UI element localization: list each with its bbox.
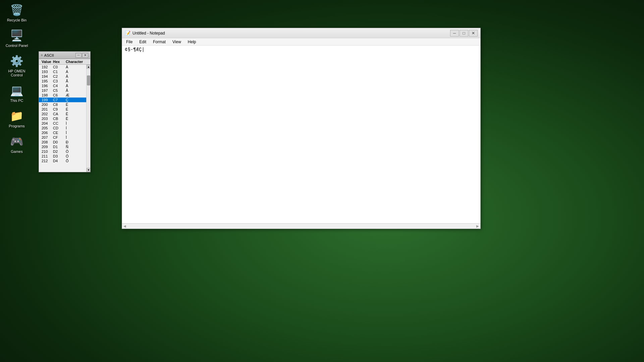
ascii-table-row[interactable]: 200 C8 È [39, 102, 86, 107]
row-char: Ë [66, 117, 84, 121]
row-value: 208 [39, 140, 53, 144]
row-hex: C5 [53, 88, 66, 93]
ascii-titlebar[interactable]: ≡ ASCII ─ ✕ [39, 52, 90, 59]
row-hex: C8 [53, 103, 66, 107]
ascii-table-row[interactable]: 196 C4 Ä [39, 83, 86, 88]
row-char: À [66, 65, 84, 69]
desktop-icon-control-panel[interactable]: 🖥️ Control Panel [3, 29, 30, 48]
ascii-minimize-button[interactable]: ─ [75, 53, 82, 58]
row-value: 210 [39, 149, 53, 154]
menu-view[interactable]: View [170, 39, 184, 45]
control-panel-label: Control Panel [6, 44, 28, 48]
ascii-table-row[interactable]: 201 C9 É [39, 107, 86, 112]
row-char: Ä [66, 84, 84, 88]
row-hex: D4 [53, 159, 66, 163]
scroll-right-arrow[interactable]: ▶ [476, 224, 479, 228]
menu-help[interactable]: Help [185, 39, 199, 45]
row-hex: C3 [53, 79, 66, 83]
row-char: Ò [66, 149, 84, 154]
ascii-table-row[interactable]: 202 CA Ê [39, 112, 86, 116]
ascii-table-row[interactable]: 205 CD Í [39, 126, 86, 130]
row-hex: C7 [53, 98, 66, 102]
notepad-maximize-button[interactable]: □ [460, 30, 468, 37]
row-hex: D3 [53, 154, 66, 158]
row-value: 202 [39, 112, 53, 116]
row-hex: C6 [53, 93, 66, 97]
notepad-titlebar[interactable]: 📝 Untitled - Notepad ─ □ ✕ [122, 28, 480, 38]
notepad-close-button[interactable]: ✕ [469, 30, 478, 37]
ascii-scrollbar[interactable]: ▲ ▼ [86, 65, 90, 172]
desktop-icon-this-pc[interactable]: 💻 This PC [3, 84, 30, 103]
row-char: Ñ [66, 145, 84, 149]
row-hex: CC [53, 121, 66, 125]
row-hex: CB [53, 117, 66, 121]
row-hex: CE [53, 131, 66, 135]
ascii-scroll-thumb[interactable] [87, 75, 90, 85]
hp-omen-label: HP OMEN Control [8, 69, 25, 77]
row-char: Ã [66, 79, 84, 83]
row-hex: CD [53, 126, 66, 130]
games-icon: 🎮 [10, 135, 23, 148]
ascii-table-row[interactable]: 210 D2 Ò [39, 149, 86, 154]
ascii-table-row[interactable]: 204 CC Ì [39, 121, 86, 126]
ascii-close-button[interactable]: ✕ [82, 53, 88, 58]
ascii-table-row[interactable]: 193 C1 Á [39, 69, 86, 74]
row-value: 193 [39, 70, 53, 74]
notepad-minimize-button[interactable]: ─ [450, 30, 459, 37]
ascii-table-container: Value Hex Character 192 C0 À 193 C1 Á 19… [39, 59, 90, 172]
ascii-title-text: ASCII [44, 53, 75, 57]
ascii-table-row[interactable]: 198 C6 Æ [39, 93, 86, 98]
ascii-scroll-track[interactable] [87, 69, 90, 168]
row-value: 200 [39, 103, 53, 107]
scroll-left-arrow[interactable]: ◀ [123, 224, 126, 228]
ascii-table-row[interactable]: 197 C5 Å [39, 88, 86, 93]
ascii-table-row[interactable]: 212 D4 Ô [39, 159, 86, 163]
row-value: 203 [39, 117, 53, 121]
ascii-table-row[interactable]: 208 D0 Ð [39, 140, 86, 144]
notepad-content-area[interactable]: ¢§-¶ÆÇ [122, 46, 480, 223]
row-char: Ï [66, 135, 84, 139]
ascii-table-row[interactable]: 203 CB Ë [39, 116, 86, 121]
desktop-icon-recycle-bin[interactable]: 🗑️ Recycle Bin [3, 3, 30, 22]
ascii-table-row[interactable]: 209 D1 Ñ [39, 144, 86, 149]
row-value: 192 [39, 65, 53, 69]
row-hex: CF [53, 135, 66, 139]
row-value: 212 [39, 159, 53, 163]
row-hex: CA [53, 112, 66, 116]
ascii-table-row[interactable]: 195 C3 Ã [39, 79, 86, 83]
ascii-table-row[interactable]: 192 C0 À [39, 65, 86, 69]
row-hex: C9 [53, 107, 66, 111]
desktop-icon-programs[interactable]: 📁 Programs [3, 109, 30, 128]
ascii-scroll-up[interactable]: ▲ [87, 65, 90, 69]
notepad-menu: File Edit Format View Help [122, 38, 480, 46]
row-value: 206 [39, 131, 53, 135]
row-value: 201 [39, 107, 53, 111]
header-character: Character [66, 60, 84, 64]
row-char: Å [66, 88, 84, 93]
notepad-title-text: Untitled - Notepad [132, 31, 450, 36]
desktop-icon-hp-omen[interactable]: ⚙️ HP OMEN Control [3, 54, 30, 77]
ascii-table-row[interactable]: 199 C7 Ç [39, 98, 86, 102]
ascii-table-row[interactable]: 206 CE Î [39, 130, 86, 135]
menu-format[interactable]: Format [150, 39, 168, 45]
ascii-table-header: Value Hex Character [39, 59, 90, 65]
row-value: 204 [39, 121, 53, 125]
notepad-horizontal-scrollbar[interactable]: ◀ ▶ [122, 223, 480, 229]
menu-edit[interactable]: Edit [137, 39, 149, 45]
ascii-table-row[interactable]: 207 CF Ï [39, 135, 86, 140]
ascii-window: ≡ ASCII ─ ✕ Value Hex Character 192 C0 À… [39, 51, 91, 172]
menu-file[interactable]: File [123, 39, 135, 45]
desktop-icon-games[interactable]: 🎮 Games [3, 135, 30, 154]
ascii-table-row[interactable]: 194 C2 Â [39, 74, 86, 79]
desktop: 🗑️ Recycle Bin 🖥️ Control Panel ⚙️ HP OM… [0, 0, 644, 362]
row-hex: C0 [53, 65, 66, 69]
ascii-rows: 192 C0 À 193 C1 Á 194 C2 Â 195 C3 Ã 196 … [39, 65, 86, 172]
recycle-bin-label: Recycle Bin [7, 18, 26, 22]
row-char: Ô [66, 159, 84, 163]
row-char: Â [66, 74, 84, 78]
ascii-table-row[interactable]: 211 D3 Ó [39, 154, 86, 159]
row-char: Ð [66, 140, 84, 144]
ascii-scroll-down[interactable]: ▼ [87, 168, 90, 172]
row-char: Ó [66, 154, 84, 158]
ascii-window-icon: ≡ [41, 53, 43, 57]
